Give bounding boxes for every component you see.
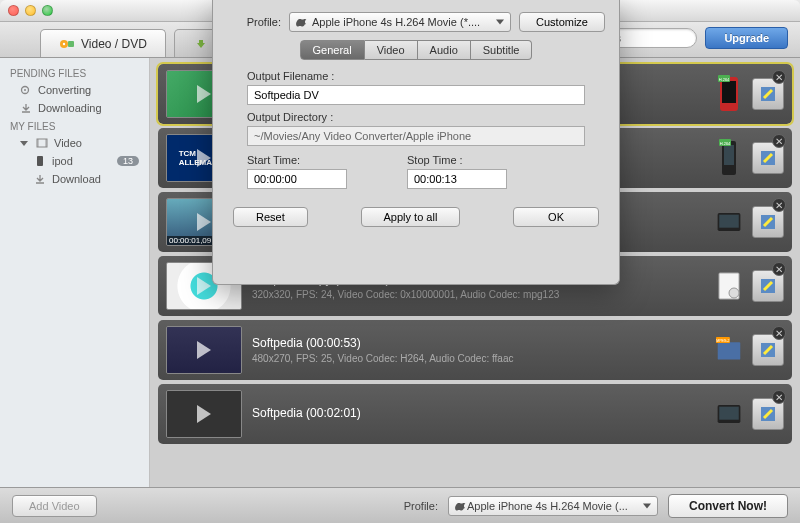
film-icon [36, 138, 48, 148]
play-icon [197, 405, 211, 423]
profile-label: Profile: [404, 500, 438, 512]
output-filename-input[interactable] [247, 85, 585, 105]
output-directory-label: Output Directory : [247, 111, 585, 123]
settings-panel: Profile: Apple iPhone 4s H.264 Movie (*.… [212, 0, 620, 285]
window-controls [8, 5, 53, 16]
zoom-window-button[interactable] [42, 5, 53, 16]
device-icon [716, 267, 742, 305]
subtabs: General Video Audio Subtitle [227, 40, 605, 60]
svg-rect-15 [724, 145, 734, 165]
footer: Add Video Profile: Apple iPhone 4s H.264… [0, 487, 800, 523]
subtab-subtitle[interactable]: Subtitle [471, 40, 533, 60]
disc-icon [59, 39, 75, 49]
reset-button[interactable]: Reset [233, 207, 308, 227]
profile-label: Profile: [227, 16, 281, 28]
output-filename-label: Output Filename : [247, 70, 585, 82]
sidebar-item-converting[interactable]: Converting [0, 81, 149, 99]
profile-select[interactable]: Apple iPhone 4s H.264 Movie (*.... [289, 12, 511, 32]
subtab-video[interactable]: Video [365, 40, 418, 60]
svg-text:H.264: H.264 [719, 77, 730, 82]
download-icon [34, 174, 46, 184]
thumbnail[interactable] [166, 390, 242, 438]
apple-icon [296, 16, 308, 28]
sidebar-item-ipod[interactable]: ipod 13 [0, 152, 149, 170]
device-icon: H.264 [716, 139, 742, 177]
gear-icon [20, 85, 32, 95]
svg-point-1 [63, 42, 65, 44]
download-arrow-icon [193, 39, 209, 49]
svg-rect-6 [37, 139, 39, 147]
svg-rect-25 [718, 342, 741, 359]
disclosure-icon [20, 141, 28, 146]
play-icon [197, 341, 211, 359]
sidebar-item-downloading[interactable]: Downloading [0, 99, 149, 117]
customize-button[interactable]: Customize [519, 12, 605, 32]
remove-item-button[interactable]: ✕ [772, 70, 786, 84]
svg-rect-8 [37, 156, 43, 166]
ipod-icon [34, 156, 46, 166]
convert-now-button[interactable]: Convert Now! [668, 494, 788, 518]
tab-video-dvd[interactable]: Video / DVD [40, 29, 166, 57]
play-icon [197, 277, 211, 295]
remove-item-button[interactable]: ✕ [772, 134, 786, 148]
remove-item-button[interactable]: ✕ [772, 326, 786, 340]
output-directory-input[interactable] [247, 126, 585, 146]
svg-point-4 [24, 89, 26, 91]
play-icon [197, 85, 211, 103]
svg-text:MPEG-2: MPEG-2 [716, 339, 729, 343]
device-icon [716, 395, 742, 433]
sidebar-item-download[interactable]: Download [0, 170, 149, 188]
list-item[interactable]: Softpedia (00:00:53)480x270, FPS: 25, Vi… [158, 320, 792, 380]
download-icon [20, 103, 32, 113]
stop-time-label: Stop Time : [407, 154, 507, 166]
svg-rect-20 [719, 215, 739, 228]
sidebar-item-video[interactable]: Video [0, 134, 149, 152]
close-window-button[interactable] [8, 5, 19, 16]
play-icon [197, 149, 211, 167]
add-video-button[interactable]: Add Video [12, 495, 97, 517]
minimize-window-button[interactable] [25, 5, 36, 16]
sidebar-header-myfiles: MY FILES [0, 117, 149, 134]
tab-label: Video / DVD [81, 37, 147, 51]
sidebar-header-pending: PENDING FILES [0, 64, 149, 81]
apple-icon [455, 500, 467, 512]
remove-item-button[interactable]: ✕ [772, 262, 786, 276]
stop-time-input[interactable] [407, 169, 507, 189]
count-badge: 13 [117, 156, 139, 166]
device-icon: MPEG-2 [716, 331, 742, 369]
device-icon: H.264 [716, 75, 742, 113]
svg-rect-30 [719, 407, 739, 420]
svg-text:H.264: H.264 [720, 141, 731, 146]
start-time-label: Start Time: [247, 154, 347, 166]
subtab-audio[interactable]: Audio [418, 40, 471, 60]
list-item[interactable]: Softpedia (00:02:01) ✕ [158, 384, 792, 444]
remove-item-button[interactable]: ✕ [772, 390, 786, 404]
apply-all-button[interactable]: Apply to all [361, 207, 461, 227]
start-time-input[interactable] [247, 169, 347, 189]
play-icon [197, 213, 211, 231]
svg-point-23 [729, 288, 739, 298]
upgrade-button[interactable]: Upgrade [705, 27, 788, 49]
svg-rect-7 [45, 139, 47, 147]
svg-rect-2 [68, 41, 74, 47]
thumbnail[interactable] [166, 326, 242, 374]
ok-button[interactable]: OK [513, 207, 599, 227]
remove-item-button[interactable]: ✕ [772, 198, 786, 212]
profile-select[interactable]: Apple iPhone 4s H.264 Movie (... [448, 496, 658, 516]
sidebar: PENDING FILES Converting Downloading MY … [0, 58, 150, 487]
svg-rect-10 [722, 81, 736, 103]
subtab-general[interactable]: General [300, 40, 365, 60]
device-icon [716, 203, 742, 241]
